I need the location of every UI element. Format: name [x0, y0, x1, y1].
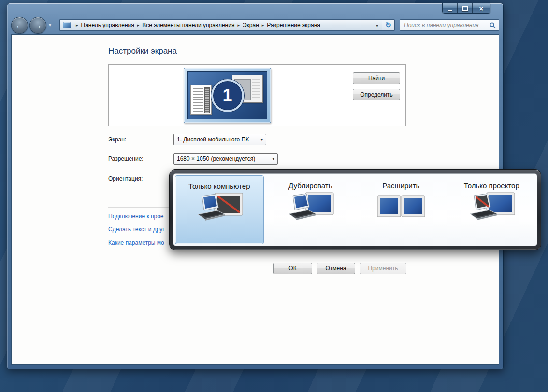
refresh-button[interactable]: ↻ — [382, 19, 395, 31]
orientation-label: Ориентация: — [108, 175, 143, 182]
cancel-button[interactable]: Отмена — [317, 263, 355, 274]
minimize-icon — [448, 10, 452, 11]
option-extend[interactable]: Расширить — [356, 174, 446, 246]
link-connect-projector[interactable]: Подключение к прое — [108, 213, 164, 220]
chevron-down-icon: ▾ — [268, 156, 274, 161]
resolution-label: Разрешение: — [108, 155, 144, 162]
search-icon[interactable] — [490, 22, 496, 28]
chevron-down-icon: ▾ — [257, 137, 263, 142]
duplicate-icon — [285, 192, 335, 224]
breadcrumb-item-screen-resolution[interactable]: Разрешение экрана — [267, 22, 320, 28]
option-computer-only[interactable]: Только компьютер — [175, 175, 264, 244]
display-select[interactable]: 1. Дисплей мобильного ПК ▾ — [173, 134, 266, 145]
maximize-icon — [462, 6, 468, 11]
breadcrumb-separator-icon: ▸ — [262, 23, 264, 28]
breadcrumb-item-display[interactable]: Экран — [243, 22, 259, 28]
identify-button[interactable]: Определить — [353, 89, 400, 100]
close-button[interactable]: × — [473, 3, 490, 13]
recent-pages-chevron-icon[interactable]: ▾ — [49, 22, 51, 28]
desktop: × ← → ▾ ▸ Панель управления ▸ Все элемен… — [0, 0, 548, 392]
address-dropdown-icon[interactable]: ▾ — [374, 20, 380, 30]
search-input[interactable] — [403, 21, 488, 29]
projector-mode-options: Только компьютер Дублировать — [173, 173, 537, 246]
forward-arrow-icon: → — [34, 21, 42, 30]
display-label: Экран: — [108, 136, 126, 143]
computer-only-icon — [194, 192, 245, 224]
option-projector-only[interactable]: Только проектор — [447, 174, 537, 246]
breadcrumb-item-all-items[interactable]: Все элементы панели управления — [142, 22, 234, 28]
link-display-settings-help[interactable]: Какие параметры мо — [108, 239, 164, 246]
option-projector-only-label: Только проектор — [464, 182, 519, 190]
display-select-value: 1. Дисплей мобильного ПК — [177, 136, 249, 143]
projector-mode-overlay: Только компьютер Дублировать — [169, 169, 541, 250]
breadcrumb: ▸ Панель управления ▸ Все элементы панел… — [59, 19, 382, 31]
back-button[interactable]: ← — [11, 17, 28, 34]
option-computer-only-label: Только компьютер — [188, 182, 250, 190]
link-make-text-larger[interactable]: Сделать текст и друг — [108, 226, 165, 233]
resolution-select[interactable]: 1680 × 1050 (рекомендуется) ▾ — [173, 153, 278, 165]
breadcrumb-separator-icon: ▸ — [137, 23, 140, 28]
monitor-preview[interactable]: 1 — [184, 68, 271, 123]
refresh-icon: ↻ — [385, 21, 391, 29]
monitor-screen: 1 — [187, 71, 267, 119]
monitor-number-badge: 1 — [211, 79, 244, 112]
option-extend-label: Расширить — [382, 182, 419, 190]
extend-icon — [376, 192, 426, 224]
navigation-bar: ← → ▾ ▸ Панель управления ▸ Все элементы… — [7, 16, 503, 34]
forward-button[interactable]: → — [29, 17, 46, 34]
ok-button[interactable]: ОК — [273, 263, 312, 274]
apply-button[interactable]: Применить — [360, 263, 406, 274]
projector-only-icon — [466, 192, 517, 224]
display-settings-icon — [63, 22, 71, 28]
find-button[interactable]: Найти — [353, 72, 400, 84]
maximize-button[interactable] — [458, 3, 473, 13]
breadcrumb-separator-icon: ▸ — [237, 23, 240, 28]
option-duplicate[interactable]: Дублировать — [265, 174, 356, 246]
search-box — [400, 19, 499, 31]
breadcrumb-item-control-panel[interactable]: Панель управления — [81, 22, 134, 28]
window-controls: × — [442, 3, 490, 14]
back-arrow-icon: ← — [15, 21, 24, 30]
resolution-select-value: 1680 × 1050 (рекомендуется) — [177, 155, 255, 162]
monitor-preview-box: 1 Найти Определить — [108, 64, 406, 126]
document-thumbnail-icon — [190, 85, 212, 115]
close-icon: × — [479, 5, 484, 12]
breadcrumb-separator-icon: ▸ — [76, 23, 78, 28]
option-duplicate-label: Дублировать — [288, 182, 332, 190]
minimize-button[interactable] — [443, 3, 458, 13]
page-title: Настройки экрана — [108, 46, 177, 56]
